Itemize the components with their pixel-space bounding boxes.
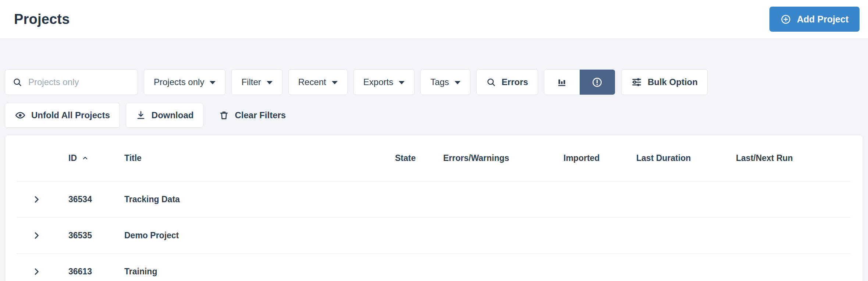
- column-header-id[interactable]: ID: [68, 153, 124, 163]
- download-label: Download: [152, 110, 194, 120]
- recent-dropdown[interactable]: Recent: [288, 69, 348, 95]
- projects-table-card: ID Title State Errors/Warnings Imported …: [5, 135, 863, 281]
- view-toggle: [544, 69, 615, 95]
- bulk-option-label: Bulk Option: [648, 77, 698, 87]
- column-header-state[interactable]: State: [395, 153, 443, 163]
- toolbar-row-2: Unfold All Projects Download: [5, 103, 863, 128]
- filter-dropdown[interactable]: Filter: [231, 69, 282, 95]
- expand-row-button[interactable]: [32, 231, 42, 240]
- row-id: 36535: [68, 231, 124, 240]
- table-row[interactable]: 36535 Demo Project: [5, 218, 863, 253]
- row-title: Training: [124, 267, 395, 277]
- exports-dropdown-label: Exports: [363, 77, 393, 87]
- recent-dropdown-label: Recent: [298, 77, 326, 87]
- alerts-view-button[interactable]: [580, 70, 615, 95]
- bulk-option-button[interactable]: Bulk Option: [621, 69, 708, 95]
- page: Projects Add Project: [0, 0, 868, 281]
- sort-asc-icon: [82, 155, 89, 162]
- unfold-all-projects-button[interactable]: Unfold All Projects: [5, 103, 120, 128]
- sliders-icon: [631, 77, 642, 88]
- scope-dropdown[interactable]: Projects only: [144, 69, 225, 95]
- filter-dropdown-label: Filter: [241, 77, 261, 87]
- search-box[interactable]: [5, 69, 138, 95]
- chart-view-button[interactable]: [544, 70, 580, 95]
- table-row[interactable]: 36613 Training: [5, 254, 863, 281]
- chevron-down-icon: [267, 81, 273, 84]
- clear-filters-label: Clear Filters: [235, 110, 286, 120]
- download-button[interactable]: Download: [126, 103, 204, 128]
- clear-filters-button[interactable]: Clear Filters: [209, 103, 295, 128]
- tags-dropdown-label: Tags: [430, 77, 449, 87]
- chevron-down-icon: [210, 81, 216, 84]
- chevron-down-icon: [399, 81, 405, 84]
- download-icon: [136, 110, 146, 120]
- chevron-down-icon: [455, 81, 460, 84]
- column-header-title[interactable]: Title: [124, 153, 395, 163]
- column-header-errors-warnings[interactable]: Errors/Warnings: [443, 153, 563, 163]
- exports-dropdown[interactable]: Exports: [353, 69, 415, 95]
- unfold-all-projects-label: Unfold All Projects: [31, 110, 110, 120]
- trash-icon: [219, 110, 229, 120]
- search-icon: [486, 77, 496, 87]
- row-title: Demo Project: [124, 231, 395, 240]
- tags-dropdown[interactable]: Tags: [420, 69, 470, 95]
- expand-row-button[interactable]: [32, 194, 42, 204]
- table-header-row: ID Title State Errors/Warnings Imported …: [5, 135, 863, 181]
- errors-button-label: Errors: [502, 77, 528, 87]
- chevron-right-icon: [32, 231, 42, 240]
- column-header-last-duration[interactable]: Last Duration: [636, 153, 736, 163]
- bar-chart-icon: [556, 77, 567, 88]
- eye-icon: [15, 110, 26, 121]
- table-row[interactable]: 36534 Tracking Data: [5, 182, 863, 217]
- toolbar: Projects only Filter Recent Exports Tags: [0, 39, 868, 128]
- column-header-last-next-run[interactable]: Last/Next Run: [736, 153, 863, 163]
- search-input[interactable]: [28, 77, 130, 87]
- chevron-right-icon: [32, 194, 42, 204]
- row-title: Tracking Data: [124, 194, 395, 204]
- toolbar-row-1: Projects only Filter Recent Exports Tags: [5, 69, 863, 95]
- chevron-right-icon: [32, 267, 42, 277]
- errors-button[interactable]: Errors: [476, 69, 538, 95]
- add-project-label: Add Project: [797, 14, 849, 25]
- chevron-down-icon: [332, 81, 338, 84]
- row-id: 36613: [68, 267, 124, 277]
- page-title: Projects: [14, 11, 70, 27]
- alert-circle-icon: [591, 77, 603, 88]
- search-icon: [13, 77, 22, 87]
- scope-dropdown-label: Projects only: [154, 77, 204, 87]
- column-header-imported[interactable]: Imported: [563, 153, 636, 163]
- row-id: 36534: [68, 194, 124, 204]
- page-header: Projects Add Project: [0, 0, 868, 39]
- plus-circle-icon: [780, 14, 791, 25]
- expand-row-button[interactable]: [32, 267, 42, 277]
- add-project-button[interactable]: Add Project: [769, 7, 860, 32]
